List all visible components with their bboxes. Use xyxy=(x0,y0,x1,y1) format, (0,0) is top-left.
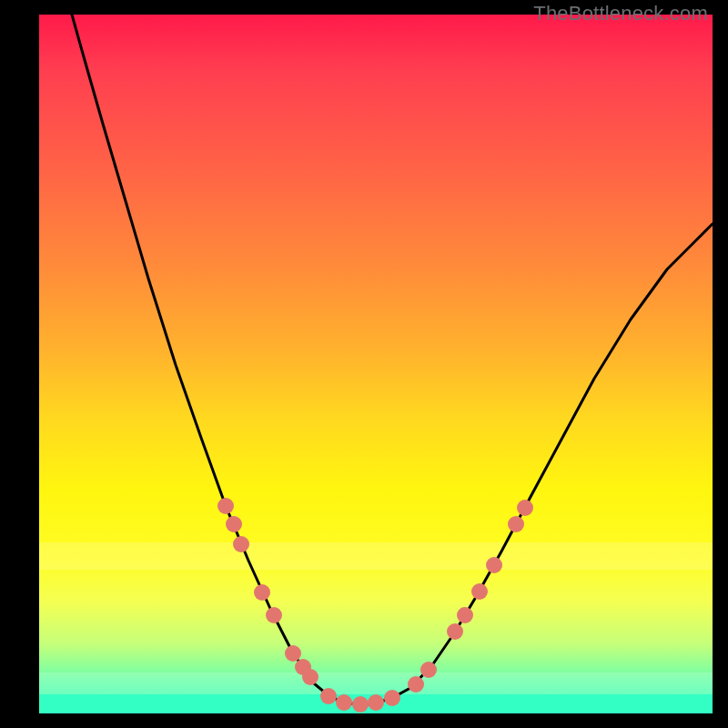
bead-marker xyxy=(486,557,502,573)
bead-marker xyxy=(408,676,424,693)
bead-marker xyxy=(266,607,282,623)
bead-marker xyxy=(302,669,318,685)
bead-marker xyxy=(447,623,463,640)
bead-marker xyxy=(471,583,488,600)
bead-marker xyxy=(508,516,524,532)
bead-marker xyxy=(226,516,242,532)
bead-markers xyxy=(39,15,713,713)
bead-marker xyxy=(320,688,337,704)
watermark-label: TheBottleneck.com xyxy=(533,2,708,25)
bead-marker xyxy=(285,645,301,662)
bead-marker xyxy=(233,536,249,552)
bead-marker xyxy=(420,662,437,678)
bead-marker xyxy=(384,690,400,706)
chart-stage: TheBottleneck.com xyxy=(0,0,728,728)
bead-marker xyxy=(254,584,270,601)
plot-area xyxy=(39,15,713,713)
bead-marker xyxy=(517,500,533,516)
bead-marker xyxy=(457,607,473,623)
bead-marker xyxy=(352,696,369,713)
bead-marker xyxy=(336,694,352,711)
bead-marker xyxy=(217,498,234,514)
bead-marker xyxy=(368,694,384,711)
